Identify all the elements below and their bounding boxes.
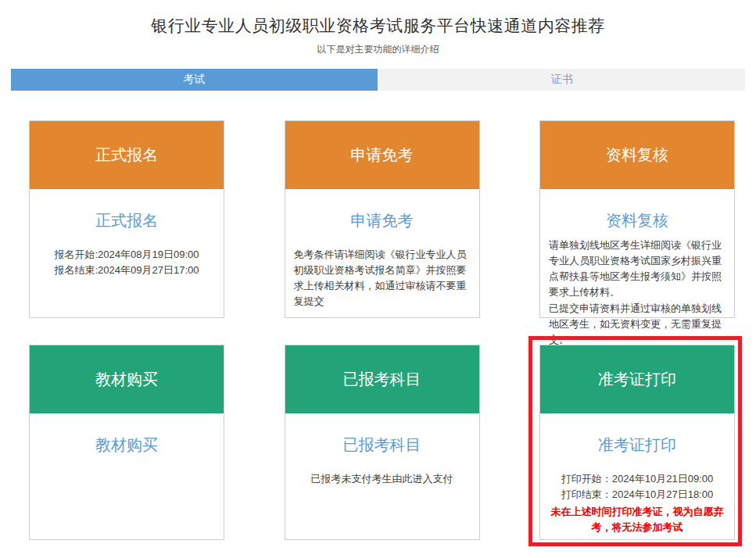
card-text-line: 报名开始:2024年08月19日09:00 <box>38 247 216 263</box>
exemption-application-link[interactable]: 申请免考 <box>285 210 479 231</box>
card-textbook-purchase: 教材购买 教材购买 <box>29 345 224 540</box>
card-header: 已报考科目 <box>285 345 479 413</box>
formal-registration-link[interactable]: 正式报名 <box>30 210 224 231</box>
card-material-review: 资料复核 资料复核 请单独划线地区考生详细阅读《银行业专业人员职业资格考试国家乡… <box>539 120 735 318</box>
textbook-purchase-link[interactable]: 教材购买 <box>30 435 224 456</box>
card-registered-subjects: 已报考科目 已报考科目 已报考未支付考生由此进入支付 <box>285 345 480 540</box>
admission-ticket-print-link[interactable]: 准考证打印 <box>540 435 734 456</box>
card-header: 正式报名 <box>30 121 224 189</box>
card-grid: 正式报名 正式报名 报名开始:2024年08月19日09:00 报名结束:202… <box>29 120 735 540</box>
card-text-line: 已提交申请资料并通过审核的单独划线地区考生，如无资料变更，无需重复提交。 <box>549 301 726 348</box>
material-review-link[interactable]: 资料复核 <box>540 210 734 231</box>
card-exemption-application: 申请免考 申请免考 免考条件请详细阅读《银行业专业人员初级职业资格考试报名简章》… <box>285 120 480 318</box>
card-text-line: 报名结束:2024年09月27日17:00 <box>38 263 216 278</box>
page-subtitle: 以下是对主要功能的详细介绍 <box>0 43 756 56</box>
card-text-line: 免考条件请详细阅读《银行业专业人员初级职业资格考试报名简章》并按照要求上传相关材… <box>294 247 471 310</box>
print-deadline-warning: 未在上述时间打印准考证，视为自愿弃考，将无法参加考试 <box>540 504 734 535</box>
card-header: 教材购买 <box>30 345 224 413</box>
card-text-line: 打印结束：2024年10月27日18:00 <box>548 487 726 503</box>
card-text-line: 请单独划线地区考生详细阅读《银行业专业人员职业资格考试国家乡村振兴重点帮扶县等地… <box>549 238 726 301</box>
card-header: 准考证打印 <box>540 345 734 413</box>
registered-subjects-link[interactable]: 已报考科目 <box>285 435 479 456</box>
page-title: 银行业专业人员初级职业资格考试服务平台快速通道内容推荐 <box>0 15 756 37</box>
card-formal-registration: 正式报名 正式报名 报名开始:2024年08月19日09:00 报名结束:202… <box>29 120 224 318</box>
card-text-line: 打印开始：2024年10月21日09:00 <box>548 471 726 487</box>
tab-bar: 考试 证书 <box>11 69 745 91</box>
card-body: 请单独划线地区考生详细阅读《银行业专业人员职业资格考试国家乡村振兴重点帮扶县等地… <box>540 238 734 348</box>
card-header: 资料复核 <box>540 121 734 189</box>
card-body: 免考条件请详细阅读《银行业专业人员初级职业资格考试报名简章》并按照要求上传相关材… <box>285 247 479 310</box>
card-body: 打印开始：2024年10月21日09:00 打印结束：2024年10月27日18… <box>540 471 734 503</box>
card-admission-ticket-print: 准考证打印 准考证打印 打印开始：2024年10月21日09:00 打印结束：2… <box>539 345 735 540</box>
tab-certificate[interactable]: 证书 <box>379 69 746 91</box>
card-header: 申请免考 <box>285 121 479 189</box>
tab-exam[interactable]: 考试 <box>11 69 378 91</box>
card-text-line: 已报考未支付考生由此进入支付 <box>293 471 471 487</box>
card-body: 报名开始:2024年08月19日09:00 报名结束:2024年09月27日17… <box>30 247 224 278</box>
card-body: 已报考未支付考生由此进入支付 <box>285 471 479 487</box>
